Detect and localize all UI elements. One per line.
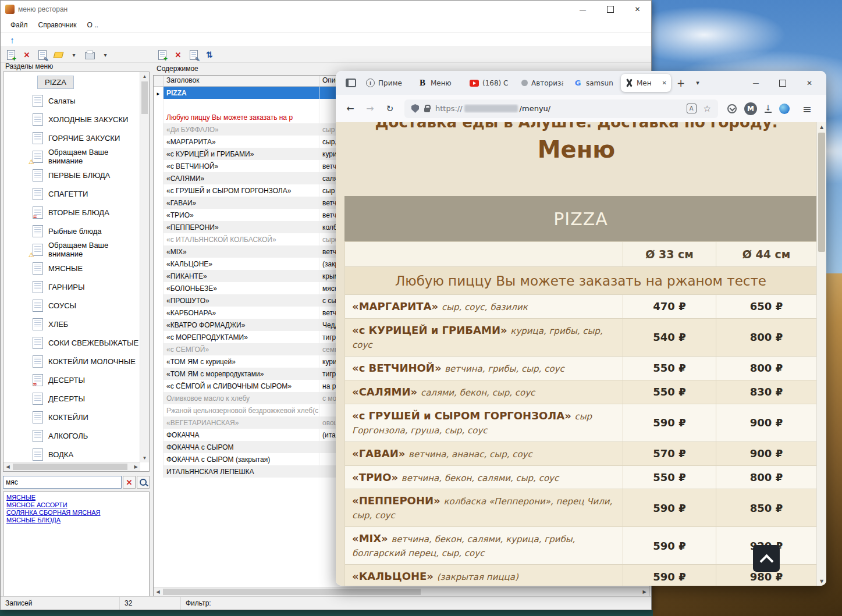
tree-horizontal-scrollbar[interactable]: ◀ ▶ [3, 462, 140, 471]
bookmark-star-icon[interactable] [704, 103, 711, 114]
print-button[interactable] [84, 49, 95, 60]
section-tree-item[interactable]: Обращаем Ваше внимание [3, 240, 140, 259]
section-tree-item[interactable]: ДЕСЕРТЫ [3, 389, 140, 408]
scroll-left-icon[interactable]: ◀ [3, 462, 12, 471]
dish-description: ветчина, грибы, сыр, соус [445, 364, 564, 374]
downloads-icon[interactable] [765, 105, 772, 113]
row-title: ФОКАЧЧА с СЫРОМ (закрытая) [164, 453, 319, 465]
clear-search-button[interactable] [123, 476, 136, 489]
sort-items-button[interactable] [204, 49, 215, 60]
section-tree-item[interactable]: ХЛЕБ [3, 315, 140, 333]
search-result-link[interactable]: МЯСНЫЕ БЛЮДА [6, 517, 146, 524]
pocket-icon[interactable] [727, 104, 737, 113]
menu-item[interactable]: Справочник [33, 21, 82, 29]
browser-tab[interactable]: Меню [414, 74, 464, 92]
extension-globe-icon[interactable] [779, 104, 790, 114]
section-tree-item[interactable]: АЛКОГОЛЬ [3, 426, 140, 445]
scrollbar-thumb[interactable] [163, 589, 421, 595]
section-tree-item[interactable]: ДЕСЕРТЫ [3, 371, 140, 389]
section-label: ГОРЯЧИЕ ЗАКУСКИ [48, 134, 120, 143]
section-tree-item[interactable]: ВОДКА [3, 445, 140, 462]
section-tree-item[interactable]: ВТОРЫЕ БЛЮДА [3, 203, 140, 222]
scroll-right-icon[interactable]: ▶ [640, 587, 649, 596]
section-tree-item[interactable]: СПАГЕТТИ [3, 184, 140, 203]
tags-dropdown-button[interactable] [68, 49, 80, 60]
scroll-left-icon[interactable]: ◀ [154, 587, 162, 596]
menu-button[interactable] [797, 99, 817, 118]
section-tree-item[interactable]: ГАРНИРЫ [3, 277, 140, 296]
scroll-to-top-button[interactable] [753, 545, 780, 572]
section-tree-item[interactable]: Салаты [3, 91, 140, 110]
tracking-shield-icon[interactable] [411, 104, 419, 113]
edit-section-button[interactable] [37, 49, 48, 60]
section-tree-item[interactable]: СОКИ СВЕЖЕВЫЖАТЫЕ [3, 333, 140, 352]
menu-item[interactable]: О .. [82, 21, 104, 29]
search-result-link[interactable]: МЯСНОЕ АССОРТИ [6, 501, 146, 509]
address-bar[interactable]: https:// /menyu/ [404, 99, 718, 118]
list-tabs-button[interactable] [691, 75, 705, 91]
browser-tab[interactable]: Авторизац [517, 74, 567, 92]
maximize-button[interactable] [596, 1, 624, 18]
scroll-down-icon[interactable]: ▼ [140, 454, 149, 462]
tab-close-icon[interactable] [662, 80, 667, 86]
lock-icon[interactable] [424, 108, 430, 112]
browser-tab[interactable]: (168) С [466, 74, 516, 92]
back-button[interactable] [340, 99, 360, 118]
status-bar: Записей 32 Фильтр: [1, 596, 651, 610]
tree-vertical-scrollbar[interactable]: ▲ ▼ [140, 72, 149, 462]
add-section-button[interactable] [5, 49, 17, 60]
browser-maximize-button[interactable] [769, 71, 796, 95]
go-up-button[interactable] [6, 34, 18, 45]
page-scrollbar[interactable]: ▲ ▼ [816, 122, 826, 586]
scroll-up-icon[interactable]: ▲ [140, 72, 149, 81]
edit-item-button[interactable] [188, 49, 200, 60]
translate-icon[interactable] [687, 104, 697, 113]
menu-item[interactable]: Файл [5, 21, 33, 29]
search-result-link[interactable]: МЯСНЫЕ [6, 494, 146, 501]
section-tree-item[interactable]: PIZZA [3, 73, 140, 91]
minimize-button[interactable] [569, 1, 596, 18]
delete-item-button[interactable] [172, 49, 184, 60]
row-title: «КАРБОНАРА» [164, 307, 319, 319]
reload-button[interactable] [380, 99, 400, 118]
delete-section-button[interactable] [21, 49, 33, 60]
scrollbar-thumb[interactable] [141, 81, 148, 114]
browser-minimize-button[interactable] [742, 71, 769, 95]
section-tree-item[interactable]: МЯСНЫЕ [3, 259, 140, 277]
section-tree-item[interactable]: Рыбные блюда [3, 222, 140, 240]
dish-cell: «ГАВАИ» ветчина, ананас, сыр, соус [345, 442, 623, 465]
firefox-view-button[interactable] [342, 75, 360, 91]
row-indicator [154, 209, 164, 221]
close-button[interactable] [624, 1, 651, 18]
profile-avatar[interactable]: M [744, 102, 757, 115]
browser-tab[interactable]: samsun [569, 74, 619, 92]
section-tree-item[interactable]: Обращаем Ваше внимание [3, 147, 140, 166]
row-title: Оливковое масло к хлебу [164, 392, 319, 404]
dish-name: «САЛЯМИ» [352, 386, 417, 398]
new-tab-button[interactable] [673, 75, 689, 91]
search-input[interactable] [3, 476, 122, 489]
scrollbar-thumb[interactable] [13, 464, 127, 470]
dish-name: «МАРГАРИТА» [352, 300, 438, 312]
title-column-header[interactable]: Заголовок [164, 76, 319, 86]
section-tree-item[interactable]: ГОРЯЧИЕ ЗАКУСКИ [3, 129, 140, 147]
section-tree-item[interactable]: СОУСЫ [3, 296, 140, 315]
add-item-button[interactable] [157, 49, 168, 60]
search-result-link[interactable]: СОЛЯНКА СБОРНАЯ МЯСНАЯ [6, 509, 146, 517]
forward-button[interactable] [360, 99, 380, 118]
section-tree-item[interactable]: КОКТЕЙЛИ МОЛОЧНЫЕ [3, 352, 140, 371]
scrollbar-thumb[interactable] [818, 133, 825, 252]
section-tree-item[interactable]: ПЕРВЫЕ БЛЮДА [3, 166, 140, 184]
browser-close-button[interactable] [796, 71, 823, 95]
scroll-right-icon[interactable]: ▶ [132, 462, 140, 471]
section-tree-item[interactable]: ХОЛОДНЫЕ ЗАКУСКИ [3, 110, 140, 129]
tags-button[interactable] [52, 49, 64, 60]
row-indicator [154, 270, 164, 282]
scroll-up-icon[interactable]: ▲ [817, 122, 826, 131]
search-button[interactable] [137, 476, 150, 489]
browser-tab[interactable]: Мен [621, 74, 671, 92]
browser-tab[interactable]: Приме [362, 74, 412, 92]
content-horizontal-scrollbar[interactable]: ◀ ▶ [154, 587, 649, 596]
print-dropdown-button[interactable] [100, 49, 111, 60]
section-tree-item[interactable]: КОКТЕЙЛИ [3, 408, 140, 426]
